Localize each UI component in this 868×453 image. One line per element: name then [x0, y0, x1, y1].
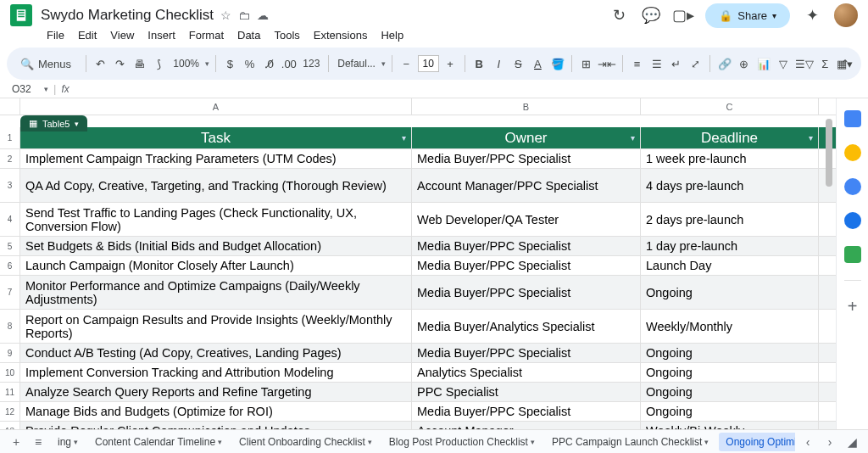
- cell-owner[interactable]: Media Buyer/PPC Specialist: [412, 256, 641, 275]
- text-color-button[interactable]: A: [530, 54, 546, 73]
- chevron-down-icon[interactable]: ▾: [704, 438, 709, 446]
- borders-button[interactable]: ⊞: [578, 54, 594, 73]
- paint-format-button[interactable]: ⟆: [151, 54, 167, 73]
- cell-owner[interactable]: Media Buyer/Analytics Specialist: [412, 310, 641, 343]
- row-header[interactable]: 4: [0, 203, 20, 236]
- cell-owner[interactable]: Account Manager/PPC Specialist: [412, 169, 641, 202]
- cell-task[interactable]: Send Test Traffic to Landing Pages (Chec…: [20, 203, 412, 236]
- row-header[interactable]: 12: [0, 402, 20, 421]
- document-title[interactable]: Swydo Marketing Checklist: [41, 7, 214, 24]
- user-avatar[interactable]: [834, 3, 858, 27]
- v-align-button[interactable]: ☰: [648, 54, 665, 73]
- formula-input[interactable]: [70, 80, 861, 98]
- increase-font-button[interactable]: +: [442, 54, 459, 73]
- chevron-down-icon[interactable]: ▾: [531, 438, 535, 446]
- chevron-down-icon[interactable]: ▾: [218, 438, 222, 446]
- comment-button[interactable]: ⊕: [736, 54, 752, 73]
- cell-deadline[interactable]: 1 week pre-launch: [641, 149, 819, 168]
- row-header[interactable]: 3: [0, 169, 20, 202]
- cell-deadline[interactable]: 4 days pre-launch: [641, 169, 819, 202]
- cell-task[interactable]: Launch Campaign (Monitor Closely After L…: [20, 256, 412, 275]
- chevron-down-icon[interactable]: ▾: [631, 133, 635, 143]
- vertical-scrollbar[interactable]: [824, 119, 834, 339]
- row-header[interactable]: 11: [0, 383, 20, 401]
- search-menus[interactable]: 🔍Menus: [15, 54, 80, 74]
- cell-deadline[interactable]: Weekly/Monthly: [641, 310, 819, 343]
- menu-help[interactable]: Help: [375, 27, 409, 43]
- comments-icon[interactable]: 💬: [641, 5, 661, 25]
- cell-owner[interactable]: Media Buyer/PPC Specialist: [412, 237, 641, 255]
- row-header[interactable]: 5: [0, 237, 20, 255]
- all-sheets-button[interactable]: ≡: [29, 433, 47, 451]
- history-icon[interactable]: ↻: [609, 5, 629, 25]
- menu-edit[interactable]: Edit: [72, 27, 103, 43]
- format-123-button[interactable]: 123: [300, 58, 322, 70]
- redo-button[interactable]: ↷: [112, 54, 128, 73]
- cell-deadline[interactable]: Ongoing: [641, 344, 819, 362]
- row-header-1[interactable]: 1: [0, 127, 20, 148]
- table-row[interactable]: 5Set Budgets & Bids (Initial Bids and Bu…: [0, 237, 836, 256]
- decrease-decimal-button[interactable]: .0̸: [261, 54, 277, 73]
- cell-task[interactable]: Implement Campaign Tracking Parameters (…: [20, 149, 412, 168]
- functions-button[interactable]: Σ: [817, 54, 833, 73]
- cell-task[interactable]: Analyze Search Query Reports and Refine …: [20, 383, 412, 401]
- cell-deadline[interactable]: Ongoing: [641, 363, 819, 382]
- menu-format[interactable]: Format: [183, 27, 230, 43]
- sheet-area[interactable]: A B C ▦ Table5 ▾ 1Task▾Owner▾Deadline▾2I…: [0, 98, 836, 433]
- row-header[interactable]: 7: [0, 276, 20, 309]
- keep-icon[interactable]: [844, 144, 861, 161]
- row-header[interactable]: 10: [0, 363, 20, 382]
- increase-decimal-button[interactable]: .00: [281, 54, 297, 73]
- table-row[interactable]: 4Send Test Traffic to Landing Pages (Che…: [0, 203, 836, 237]
- sheet-tab[interactable]: Ongoing Optimization Checklist▾: [719, 433, 795, 451]
- contacts-icon[interactable]: [844, 212, 861, 229]
- header-deadline[interactable]: Deadline▾: [641, 127, 819, 148]
- cell-deadline[interactable]: Ongoing: [641, 383, 819, 401]
- cell-owner[interactable]: Media Buyer/PPC Specialist: [412, 149, 641, 168]
- cell-task[interactable]: Monitor Performance and Optimize Campaig…: [20, 276, 412, 309]
- add-sheet-button[interactable]: +: [7, 433, 25, 451]
- fill-color-button[interactable]: 🪣: [549, 54, 565, 73]
- cell-task[interactable]: Report on Campaign Results and Provide I…: [20, 310, 412, 343]
- chevron-down-icon[interactable]: ▾: [74, 438, 78, 446]
- collapse-toolbar-icon[interactable]: ⌃: [841, 58, 849, 70]
- menu-insert[interactable]: Insert: [142, 27, 181, 43]
- table-row[interactable]: 8Report on Campaign Results and Provide …: [0, 310, 836, 344]
- table-row[interactable]: 10Implement Conversion Tracking and Attr…: [0, 363, 836, 383]
- link-button[interactable]: 🔗: [716, 54, 732, 73]
- table-row[interactable]: 2Implement Campaign Tracking Parameters …: [0, 149, 836, 169]
- print-button[interactable]: 🖶: [131, 54, 147, 73]
- sheet-tab[interactable]: Content Calendar Timeline▾: [88, 433, 229, 451]
- row-header[interactable]: 8: [0, 310, 20, 343]
- scroll-tabs-right[interactable]: ›: [821, 433, 839, 451]
- col-header-b[interactable]: B: [412, 98, 641, 115]
- sheet-tab[interactable]: PPC Campaign Launch Checklist▾: [545, 433, 715, 451]
- filter-button[interactable]: ▽: [776, 54, 792, 73]
- bold-button[interactable]: B: [471, 54, 487, 73]
- cell-deadline[interactable]: Launch Day: [641, 256, 819, 275]
- table-chip[interactable]: ▦ Table5 ▾: [20, 115, 87, 131]
- merge-button[interactable]: ⇥⇤: [598, 54, 616, 73]
- currency-button[interactable]: $: [222, 54, 238, 73]
- row-header[interactable]: 2: [0, 149, 20, 168]
- filter-views-button[interactable]: ☰▽: [795, 54, 814, 73]
- gemini-icon[interactable]: ✦: [802, 5, 822, 25]
- cell-deadline[interactable]: 1 day pre-launch: [641, 237, 819, 255]
- sheet-tab[interactable]: ing▾: [51, 433, 85, 451]
- cell-task[interactable]: Manage Bids and Budgets (Optimize for RO…: [20, 402, 412, 421]
- sheet-tab[interactable]: Blog Post Production Checklist▾: [382, 433, 542, 451]
- table-row[interactable]: 3QA Ad Copy, Creative, Targeting, and Tr…: [0, 169, 836, 203]
- italic-button[interactable]: I: [491, 54, 507, 73]
- cell-task[interactable]: Conduct A/B Testing (Ad Copy, Creatives,…: [20, 344, 412, 362]
- cell-deadline[interactable]: 2 days pre-launch: [641, 203, 819, 236]
- col-header-a[interactable]: A: [20, 98, 412, 115]
- maps-icon[interactable]: [844, 246, 861, 263]
- row-header[interactable]: 9: [0, 344, 20, 362]
- cell-task[interactable]: QA Ad Copy, Creative, Targeting, and Tra…: [20, 169, 412, 202]
- decrease-font-button[interactable]: −: [398, 54, 415, 73]
- share-button[interactable]: 🔒 Share ▾: [705, 3, 790, 28]
- chevron-down-icon[interactable]: ▾: [402, 133, 406, 143]
- font-select[interactable]: Defaul...: [335, 58, 378, 70]
- calendar-icon[interactable]: [844, 110, 861, 127]
- name-box[interactable]: O32: [7, 83, 44, 95]
